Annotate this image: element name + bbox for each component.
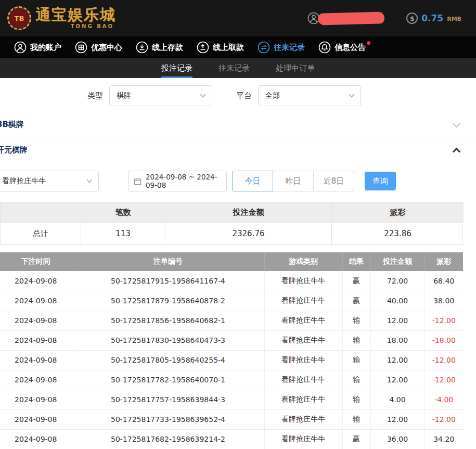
col-bet-id: 注单编号	[72, 252, 264, 271]
section-kaiyuan-chess[interactable]: 开元棋牌	[0, 136, 476, 163]
cell-payout: -18.00	[424, 330, 463, 350]
nav-item-records[interactable]: 往来记录	[251, 36, 312, 58]
cell-game-type: 看牌抢庄牛牛	[264, 370, 342, 390]
logo-title: 通宝娱乐城	[35, 7, 116, 22]
nav-item-announcements[interactable]: 信息公告	[312, 36, 372, 58]
cell-bet-time: 2024-09-08	[0, 311, 72, 330]
cell-bet-time: 2024-09-08	[0, 429, 72, 449]
cell-bet-id: 50-1725817682-1958639214-2	[72, 429, 264, 449]
table-row[interactable]: 2024-09-08 50-1725817682-1958639214-2 看牌…	[0, 429, 463, 449]
col-result: 结果	[342, 252, 370, 271]
table-row[interactable]: 2024-09-08 50-1725817915-1958641167-4 看牌…	[0, 271, 463, 291]
last-8-days-button[interactable]: 近8日	[313, 171, 354, 191]
cell-bet-id: 50-1725817915-1958641167-4	[72, 271, 264, 291]
cell-game-type: 看牌抢庄牛牛	[264, 350, 342, 370]
nav-item-promotions[interactable]: 优惠中心	[68, 36, 129, 58]
table-row[interactable]: 2024-09-08 50-1725817782-1958640070-1 看牌…	[0, 370, 463, 390]
table-row[interactable]: 2024-09-08 50-1725817757-1958639844-3 看牌…	[0, 390, 463, 409]
summary-payout-value: 223.86	[332, 223, 464, 244]
cell-game-type: 看牌抢庄牛牛	[264, 271, 342, 291]
cell-result: 输	[342, 330, 370, 350]
cell-bet-time: 2024-09-08	[0, 291, 72, 311]
cell-bet-time: 2024-09-08	[0, 409, 72, 429]
table-row[interactable]: 2024-09-08 50-1725817733-1958639652-4 看牌…	[0, 409, 463, 429]
section-title: BB棋牌	[0, 120, 24, 130]
summary-total-row: 总计 113 2326.76 223.86	[1, 223, 462, 244]
date-range-value: 2024-09-08 ~ 2024-09-08	[146, 173, 221, 189]
platform-select-value: 全部	[265, 91, 280, 100]
account-icon	[14, 41, 27, 54]
nav-item-my-account[interactable]: 我的账户	[7, 36, 68, 58]
cell-payout: 34.20	[424, 429, 463, 449]
cell-bet-id: 50-1725817879-1958640878-2	[72, 291, 264, 311]
bet-table: 下注时间 注单编号 游戏类别 结果 投注金额 派彩 2024-09-08 50-…	[0, 252, 463, 449]
nav-item-deposit[interactable]: 线上存款	[129, 36, 190, 58]
query-controls: 看牌抢庄牛牛 2024-09-08 ~ 2024-09-08 今日 昨日 近8日…	[0, 171, 476, 191]
cell-result: 输	[342, 390, 370, 409]
cell-bet-id: 50-1725817733-1958639652-4	[72, 409, 264, 429]
cell-game-type: 看牌抢庄牛牛	[264, 409, 342, 429]
summary-header-amount: 投注金额	[165, 202, 332, 223]
chevron-up-icon	[453, 147, 461, 156]
balance-currency: RMB	[447, 16, 461, 22]
tab-processing-orders[interactable]: 处理中订单	[276, 58, 315, 78]
type-select-value: 棋牌	[117, 91, 131, 100]
balance-amount: 0.75	[421, 13, 443, 23]
cell-payout: -12.00	[424, 409, 463, 429]
table-row[interactable]: 2024-09-08 50-1725817805-1958640255-4 看牌…	[0, 350, 463, 370]
summary-header-payout: 派彩	[332, 202, 464, 223]
nav-label: 线上取款	[213, 43, 244, 53]
chevron-down-icon	[200, 92, 205, 97]
cell-bet-time: 2024-09-08	[0, 370, 72, 390]
logo[interactable]: TB 通宝娱乐城 TONG BAO	[7, 6, 116, 30]
nav-item-withdraw[interactable]: 线上取款	[190, 36, 251, 58]
cell-game-type: 看牌抢庄牛牛	[264, 330, 342, 350]
platform-select[interactable]: 全部	[258, 85, 361, 106]
bet-table-body: 2024-09-08 50-1725817915-1958641167-4 看牌…	[0, 271, 463, 449]
table-row[interactable]: 2024-09-08 50-1725817856-1958640682-1 看牌…	[0, 311, 463, 330]
cell-game-type: 看牌抢庄牛牛	[264, 311, 342, 330]
table-row[interactable]: 2024-09-08 50-1725817879-1958640878-2 看牌…	[0, 291, 463, 311]
cell-result: 输	[342, 350, 370, 370]
summary-total-label: 总计	[1, 223, 81, 244]
col-game-type: 游戏类别	[264, 252, 342, 271]
balance[interactable]: $ 0.75 RMB	[406, 12, 461, 24]
cell-result: 赢	[342, 271, 370, 291]
cell-bet-time: 2024-09-08	[0, 330, 72, 350]
summary-count-value: 113	[81, 223, 165, 244]
summary-amount-value: 2326.76	[165, 223, 332, 244]
user-account[interactable]	[307, 12, 384, 24]
chevron-down-icon	[453, 120, 461, 128]
section-bb-chess[interactable]: BB棋牌	[0, 113, 476, 136]
chevron-down-icon	[86, 177, 92, 183]
cell-bet-id: 50-1725817757-1958639844-3	[72, 390, 264, 409]
yesterday-button[interactable]: 昨日	[273, 171, 314, 191]
cell-payout: -12.00	[424, 350, 463, 370]
cell-bet-amount: 18.00	[370, 330, 424, 350]
promo-icon	[75, 41, 87, 54]
nav-label: 线上存款	[152, 43, 183, 53]
today-button[interactable]: 今日	[232, 171, 273, 191]
table-row[interactable]: 2024-09-08 50-1725817830-1958640473-3 看牌…	[0, 330, 463, 350]
tab-bet-records[interactable]: 投注记录	[161, 58, 192, 78]
cell-bet-id: 50-1725817856-1958640682-1	[72, 311, 264, 330]
cell-bet-amount: 4.00	[370, 390, 424, 409]
cell-bet-time: 2024-09-08	[0, 271, 72, 291]
date-range-picker[interactable]: 2024-09-08 ~ 2024-09-08	[128, 171, 227, 191]
game-select[interactable]: 看牌抢庄牛牛	[0, 171, 99, 191]
calendar-icon	[134, 177, 141, 185]
filter-row: 类型 棋牌 平台 全部	[0, 78, 476, 113]
summary-header-row: 笔数 投注金额 派彩	[1, 202, 462, 223]
deposit-icon	[136, 41, 148, 54]
section-title: 开元棋牌	[0, 145, 28, 155]
bet-table-header-row: 下注时间 注单编号 游戏类别 结果 投注金额 派彩	[0, 252, 463, 271]
search-button[interactable]: 查询	[365, 172, 396, 190]
type-select[interactable]: 棋牌	[109, 85, 212, 106]
cell-payout: 38.00	[424, 291, 463, 311]
cell-bet-amount: 12.00	[370, 370, 424, 390]
nav-label: 信息公告	[335, 43, 366, 53]
tab-transaction-records[interactable]: 往来记录	[218, 58, 250, 78]
cell-payout: 68.40	[424, 271, 463, 291]
col-bet-time: 下注时间	[0, 252, 72, 271]
summary-table: 笔数 投注金额 派彩 总计 113 2326.76 223.86	[0, 202, 463, 245]
